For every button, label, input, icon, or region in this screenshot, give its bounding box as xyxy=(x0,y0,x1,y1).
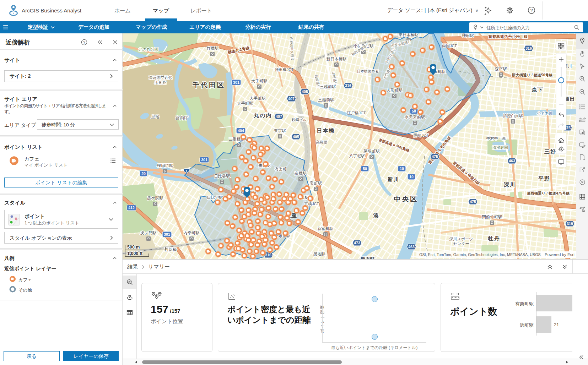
svg-text:清澄庭園: 清澄庭園 xyxy=(492,145,508,149)
svg-text:407: 407 xyxy=(276,114,282,119)
svg-text:竹橋駅: 竹橋駅 xyxy=(206,46,219,50)
svg-text:473: 473 xyxy=(354,241,360,245)
svg-text:301: 301 xyxy=(164,232,170,236)
svg-text:東日本橋駅: 東日本橋駅 xyxy=(398,33,419,37)
svg-text:405: 405 xyxy=(302,89,308,94)
svg-text:?: ? xyxy=(530,8,533,13)
svg-text:新日本橋駅: 新日本橋駅 xyxy=(326,57,347,61)
svg-text:湊: 湊 xyxy=(373,212,379,219)
svg-text:日本橋: 日本橋 xyxy=(317,127,335,134)
svg-text:三越前駅: 三越前駅 xyxy=(318,98,334,102)
svg-text:GSI, Esri, TomTom, Garmin, Geo: GSI, Esri, TomTom, Garmin, GeoTechnologi… xyxy=(419,252,541,257)
svg-text:西新橋: 西新橋 xyxy=(164,247,177,252)
svg-text:平野: 平野 xyxy=(538,175,550,181)
svg-text:日比谷駅: 日比谷駅 xyxy=(207,195,223,200)
svg-text:霞ケ関駅: 霞ケ関駅 xyxy=(147,196,163,200)
svg-text:新大橋通り / 都道50号線: 新大橋通り / 都道50号線 xyxy=(511,73,553,77)
svg-text:神田駅: 神田駅 xyxy=(462,33,474,38)
svg-text:北の丸公園: 北の丸公園 xyxy=(138,47,158,51)
svg-text:475: 475 xyxy=(432,154,438,159)
svg-text:1: 1 xyxy=(185,169,188,173)
svg-text:牡丹: 牡丹 xyxy=(488,235,500,241)
svg-text:千代田区: 千代田区 xyxy=(192,81,225,89)
svg-text:319: 319 xyxy=(567,222,573,226)
svg-text:丸の内: 丸の内 xyxy=(253,112,272,118)
svg-text:皇居: 皇居 xyxy=(151,114,160,119)
svg-text:316: 316 xyxy=(345,83,351,88)
svg-text:清澄白河駅: 清澄白河駅 xyxy=(503,114,523,118)
svg-text:小名木川: 小名木川 xyxy=(536,111,552,115)
svg-text:10: 10 xyxy=(409,175,414,179)
svg-text:Powered by Esri: Powered by Esri xyxy=(545,252,574,257)
svg-text:隅崎JCT: 隅崎JCT xyxy=(414,133,428,137)
svg-text:築地駅: 築地駅 xyxy=(313,252,326,256)
svg-text:東京国立近代: 東京国立近代 xyxy=(149,75,172,80)
svg-text:東京駅: 東京駅 xyxy=(274,129,286,133)
svg-text:新川: 新川 xyxy=(387,176,400,182)
svg-text:中央区: 中央区 xyxy=(394,195,419,203)
svg-text:宮内庁: 宮内庁 xyxy=(176,115,188,120)
svg-text:桜田門駅: 桜田門駅 xyxy=(157,163,173,168)
svg-text:405: 405 xyxy=(293,135,299,139)
svg-text:500 m: 500 m xyxy=(127,245,140,250)
svg-text:中村中・高: 中村中・高 xyxy=(486,136,506,141)
svg-text:新富町駅: 新富町駅 xyxy=(317,227,334,231)
svg-text:10: 10 xyxy=(400,167,404,171)
svg-text:50: 50 xyxy=(363,167,367,171)
svg-text:明石町: 明石町 xyxy=(361,256,375,259)
svg-text:深川: 深川 xyxy=(503,181,516,187)
svg-text:門前仲町駅: 門前仲町駅 xyxy=(482,215,502,219)
svg-text:人形町駅: 人形町駅 xyxy=(386,88,403,92)
svg-text:水天宮前駅: 水天宮前駅 xyxy=(404,115,425,119)
svg-text:茅場町駅: 茅場町駅 xyxy=(363,149,380,153)
svg-text:三越前駅: 三越前駅 xyxy=(320,85,336,89)
svg-text:475: 475 xyxy=(470,200,476,204)
svg-text:412: 412 xyxy=(128,206,135,210)
svg-text:森下駅: 森下駅 xyxy=(495,67,507,71)
svg-text:有楽町: 有楽町 xyxy=(275,167,287,171)
svg-text:深川スポーツ: 深川スポーツ xyxy=(449,237,473,241)
svg-text:301: 301 xyxy=(233,80,239,85)
svg-text:三好: 三好 xyxy=(544,148,556,154)
svg-text:内幸町駅: 内幸町駅 xyxy=(183,231,200,235)
svg-text:404: 404 xyxy=(238,129,244,133)
svg-text:463: 463 xyxy=(408,245,415,249)
svg-text:301: 301 xyxy=(201,158,207,162)
svg-text:日本橋警察署: 日本橋警察署 xyxy=(357,69,378,73)
svg-text:高島屋: 高島屋 xyxy=(316,140,327,144)
svg-text:大手町駅: 大手町駅 xyxy=(249,96,266,100)
svg-text:鉄鋼ビル: 鉄鋼ビル xyxy=(292,118,307,122)
svg-text:江戸橋JCT: 江戸橋JCT xyxy=(346,111,366,115)
svg-text:463: 463 xyxy=(509,159,515,163)
svg-text:316: 316 xyxy=(525,46,532,50)
svg-text:1,000 ft: 1,000 ft xyxy=(127,251,143,256)
svg-text:407: 407 xyxy=(288,97,295,101)
svg-text:美術館: 美術館 xyxy=(155,80,167,85)
svg-text:大手町駅: 大手町駅 xyxy=(237,101,253,105)
svg-text:虎ノ門駅: 虎ノ門駅 xyxy=(140,231,157,235)
svg-text:両国JCT: 両国JCT xyxy=(442,44,457,48)
svg-text:葛西橋通り / 都道475号線: 葛西橋通り / 都道475号線 xyxy=(527,191,570,195)
svg-text:宝町駅: 宝町駅 xyxy=(310,181,322,185)
svg-text:センター: センター xyxy=(453,241,469,246)
svg-text:20: 20 xyxy=(141,171,146,176)
svg-text:日比谷駅: 日比谷駅 xyxy=(214,174,230,178)
svg-text:大手町駅: 大手町駅 xyxy=(251,79,268,83)
svg-text:京橋駅: 京橋駅 xyxy=(295,171,307,175)
svg-text:神田橋JCT: 神田橋JCT xyxy=(275,67,293,72)
svg-text:首都高速 7 号小松川線: 首都高速 7 号小松川線 xyxy=(488,34,528,39)
svg-text:八丁堀駅: 八丁堀駅 xyxy=(349,154,365,158)
svg-text:?: ? xyxy=(83,40,85,44)
svg-text:森下: 森下 xyxy=(531,87,544,93)
